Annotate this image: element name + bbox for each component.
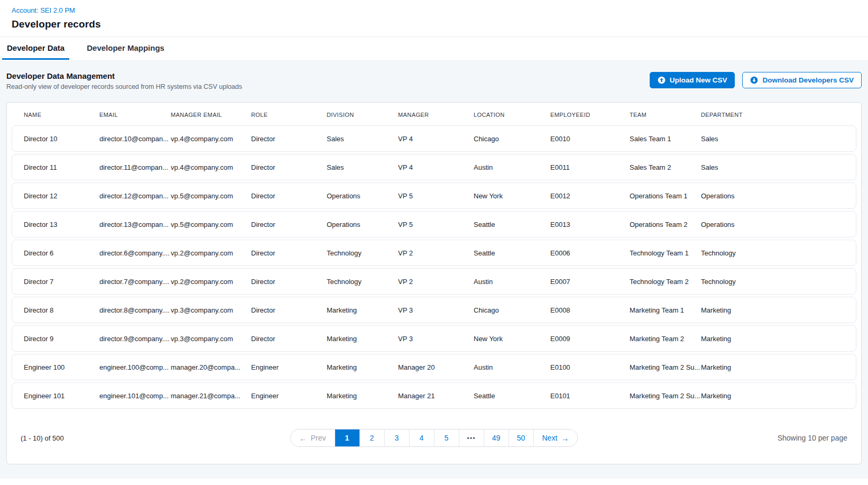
table-cell: Marketing bbox=[701, 392, 844, 400]
table-cell: Marketing Team 2 Su... bbox=[630, 363, 701, 371]
table-cell: manager.20@compa... bbox=[171, 363, 251, 371]
table-cell: director.13@compan... bbox=[99, 221, 171, 228]
page: Account: SEI 2.0 PM Developer records De… bbox=[0, 0, 868, 485]
page-button-2[interactable]: 2 bbox=[360, 429, 385, 446]
table-row: Director 8director.8@company....vp.3@com… bbox=[12, 297, 856, 323]
table-cell: Austin bbox=[474, 278, 550, 286]
table-cell: VP 2 bbox=[398, 249, 474, 257]
table-cell: Marketing bbox=[327, 363, 398, 371]
table-cell: Director bbox=[251, 163, 327, 171]
page-button-50[interactable]: 50 bbox=[509, 429, 534, 446]
table-cell: VP 5 bbox=[398, 221, 474, 228]
table-cell: Engineer bbox=[251, 392, 327, 400]
account-link[interactable]: Account: SEI 2.0 PM bbox=[12, 6, 75, 14]
column-header: MANAGER EMAIL bbox=[171, 112, 251, 118]
upload-button-label: Upload New CSV bbox=[670, 76, 727, 84]
developer-table-card: NAMEEMAILMANAGER EMAILROLEDIVISIONMANAGE… bbox=[6, 102, 862, 464]
table-cell: Operations bbox=[327, 192, 398, 200]
table-header-row: NAMEEMAILMANAGER EMAILROLEDIVISIONMANAGE… bbox=[7, 103, 861, 125]
table-cell: Marketing bbox=[327, 335, 398, 343]
table-cell: Marketing bbox=[327, 392, 398, 400]
table-row: Engineer 101engineer.101@comp...manager.… bbox=[12, 382, 856, 409]
table-cell: Marketing Team 2 Su... bbox=[630, 392, 701, 400]
table-cell: Director 8 bbox=[24, 306, 99, 314]
table-cell: Technology bbox=[327, 278, 398, 286]
table-cell: Marketing bbox=[701, 363, 844, 371]
tab-developer-mappings[interactable]: Developer Mappings bbox=[82, 37, 169, 60]
table-cell: New York bbox=[474, 335, 550, 343]
pagination: ←Prev12345•••4950Next→ bbox=[290, 429, 578, 447]
table-cell: Operations Team 1 bbox=[630, 192, 701, 200]
page-button-49[interactable]: 49 bbox=[484, 429, 509, 446]
table-cell: director.6@company.... bbox=[99, 249, 171, 257]
column-header: LOCATION bbox=[474, 112, 550, 118]
table-cell: director.12@compan... bbox=[99, 192, 171, 200]
table-cell: Operations bbox=[327, 221, 398, 228]
table-cell: Director bbox=[251, 249, 327, 257]
table-cell: Sales Team 2 bbox=[630, 163, 701, 171]
table-cell: Director bbox=[251, 335, 327, 343]
column-header: MANAGER bbox=[398, 112, 474, 118]
table-cell: director.9@company.... bbox=[99, 335, 171, 343]
table-cell: VP 3 bbox=[398, 335, 474, 343]
tab-bar: Developer Data Developer Mappings bbox=[0, 37, 868, 60]
next-arrow-icon: → bbox=[561, 434, 569, 442]
table-body: Director 10director.10@compan...vp.4@com… bbox=[7, 125, 861, 415]
table-cell: Austin bbox=[474, 363, 550, 371]
table-cell: Sales bbox=[327, 135, 398, 143]
section-header: Developer Data Management Read-only view… bbox=[6, 60, 862, 90]
tab-developer-data[interactable]: Developer Data bbox=[2, 37, 69, 60]
column-header: EMAIL bbox=[99, 112, 171, 118]
per-page-label: Showing 10 per page bbox=[578, 434, 847, 442]
page-button-5[interactable]: 5 bbox=[435, 429, 459, 446]
table-row: Director 6director.6@company....vp.2@com… bbox=[12, 240, 856, 266]
table-cell: Operations Team 2 bbox=[630, 221, 701, 228]
table-cell: Marketing bbox=[701, 335, 844, 343]
page-button-4[interactable]: 4 bbox=[410, 429, 435, 446]
table-cell: vp.2@company.com bbox=[171, 278, 251, 286]
upload-icon bbox=[658, 76, 666, 84]
table-cell: E0013 bbox=[550, 221, 630, 228]
table-cell: E0101 bbox=[550, 392, 630, 400]
table-cell: Director bbox=[251, 306, 327, 314]
section-title: Developer Data Management bbox=[6, 71, 242, 80]
prev-arrow-icon: ← bbox=[299, 434, 307, 442]
table-cell: Director bbox=[251, 135, 327, 143]
table-cell: Director 9 bbox=[24, 335, 99, 343]
page-button-3[interactable]: 3 bbox=[385, 429, 410, 446]
column-header: ROLE bbox=[251, 112, 327, 118]
download-icon bbox=[750, 76, 758, 84]
table-cell: E0009 bbox=[550, 335, 630, 343]
table-cell: E0008 bbox=[550, 306, 630, 314]
table-cell: Director 10 bbox=[24, 135, 99, 143]
column-header: DIVISION bbox=[327, 112, 398, 118]
table-cell: engineer.101@comp... bbox=[99, 392, 171, 400]
table-cell: E0007 bbox=[550, 278, 630, 286]
prev-page-button[interactable]: ←Prev bbox=[291, 429, 335, 446]
table-cell: vp.2@company.com bbox=[171, 249, 251, 257]
table-cell: Seattle bbox=[474, 221, 550, 228]
table-cell: vp.5@company.com bbox=[171, 221, 251, 228]
table-cell: VP 4 bbox=[398, 163, 474, 171]
page-title: Developer records bbox=[12, 19, 857, 30]
table-cell: E0010 bbox=[550, 135, 630, 143]
column-header: TEAM bbox=[630, 112, 701, 118]
table-cell: Engineer bbox=[251, 363, 327, 371]
table-cell: Sales bbox=[701, 135, 844, 143]
page-header: Account: SEI 2.0 PM Developer records bbox=[0, 0, 868, 37]
table-cell: Director 7 bbox=[24, 278, 99, 286]
table-cell: Director bbox=[251, 278, 327, 286]
table-cell: New York bbox=[474, 192, 550, 200]
table-cell: vp.5@company.com bbox=[171, 192, 251, 200]
table-cell: Chicago bbox=[474, 135, 550, 143]
table-row: Director 10director.10@compan...vp.4@com… bbox=[12, 125, 856, 152]
next-page-button[interactable]: Next→ bbox=[534, 429, 578, 446]
table-cell: Seattle bbox=[474, 249, 550, 257]
table-cell: Marketing bbox=[327, 306, 398, 314]
page-button-1[interactable]: 1 bbox=[335, 429, 360, 446]
table-cell: Austin bbox=[474, 163, 550, 171]
upload-new-csv-button[interactable]: Upload New CSV bbox=[650, 72, 735, 88]
download-developers-csv-button[interactable]: Download Developers CSV bbox=[742, 72, 862, 88]
table-cell: Technology Team 1 bbox=[630, 249, 701, 257]
table-cell: vp.3@company.com bbox=[171, 306, 251, 314]
